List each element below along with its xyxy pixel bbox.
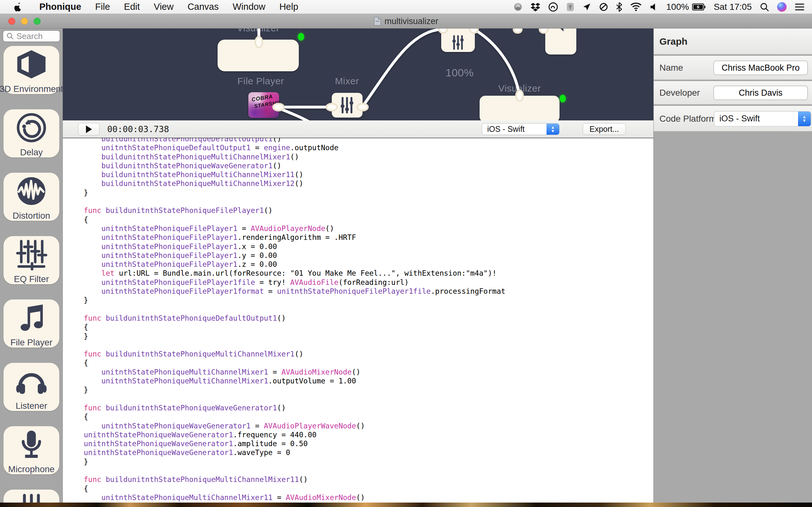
document-icon (374, 17, 381, 26)
select-stepper-icon: ▲▼ (547, 124, 559, 135)
menu-help[interactable]: Help (272, 2, 305, 12)
menu-list: PhoniqueFileEditViewCanvasWindowHelp (32, 2, 305, 12)
node-file-player-album-art[interactable]: COBRA STARSHIP (248, 92, 279, 118)
palette-tool-label: EQ Filter (14, 274, 49, 284)
select-stepper-icon: ▲▼ (798, 112, 811, 126)
node-mixer-2[interactable] (441, 29, 475, 52)
location-icon[interactable] (583, 3, 591, 11)
palette-tool-distortion[interactable]: Distortion (3, 173, 59, 221)
code-platform-select[interactable]: iOS - Swift ▲▼ (714, 111, 811, 126)
platform-select[interactable]: iOS - Swift ▲▼ (482, 123, 560, 135)
play-icon (85, 125, 92, 133)
wifi-icon[interactable] (630, 3, 642, 11)
mixer-sliders-icon (452, 35, 464, 50)
palette-tool-label: 3D Environment (0, 84, 63, 94)
node-file-player[interactable] (217, 40, 299, 71)
palette-tool-label: Distortion (13, 211, 50, 221)
node-palette-sidebar: Search 3D EnvironmentDelayDistortionEQ F… (0, 29, 63, 503)
notification-center-icon[interactable] (795, 3, 804, 11)
app-sphere-icon[interactable] (513, 3, 522, 11)
window-title: multivisualizer (0, 14, 812, 29)
palette-tool-microphone[interactable]: Microphone (3, 426, 59, 474)
apple-menu-icon[interactable] (14, 2, 22, 12)
mixer-volume-value: 100% (431, 66, 488, 79)
search-input[interactable]: Search (3, 30, 60, 42)
inspector-row-developer: Developer (654, 81, 812, 105)
export-button-label: Export... (589, 124, 619, 134)
code-platform-label: Code Platform (659, 114, 716, 124)
menu-clock[interactable]: Sat 17:05 (714, 2, 752, 12)
inspector-header: Graph (654, 29, 812, 55)
palette-tool-label: Delay (20, 147, 43, 158)
menu-file[interactable]: File (88, 2, 117, 12)
palette-tool-label: Listener (15, 401, 47, 411)
mixer-sliders-icon (340, 97, 354, 114)
inspector-title: Graph (659, 36, 687, 47)
developer-field-label: Developer (659, 88, 700, 98)
palette-tool-label: File Player (10, 337, 52, 348)
menu-bar: PhoniqueFileEditViewCanvasWindowHelp (0, 0, 812, 14)
palette-tool-label: Microphone (8, 464, 55, 474)
node-label-file-player: File Player (229, 76, 293, 87)
inspector-row-code-platform: Code Platform iOS - Swift ▲▼ (654, 106, 812, 131)
cable-mixer-up (362, 29, 443, 107)
time-display: 00:00:03.738 (107, 120, 169, 138)
spotlight-icon[interactable] (760, 3, 769, 11)
speaker-icon (552, 29, 570, 33)
code-platform-value: iOS - Swift (714, 114, 798, 124)
volume-icon[interactable] (650, 3, 658, 11)
menu-canvas[interactable]: Canvas (181, 2, 225, 12)
code-pane[interactable]: buildunitnthStatePhoniqueDefaultOutput1(… (63, 138, 653, 503)
window-title-bar[interactable]: multivisualizer (0, 14, 812, 29)
bluetooth-icon[interactable] (616, 2, 622, 12)
battery-charging-icon[interactable] (692, 3, 705, 10)
search-icon (6, 32, 14, 40)
dropbox-icon[interactable] (531, 3, 540, 11)
creative-cloud-icon[interactable] (548, 2, 558, 12)
name-field-label: Name (659, 63, 683, 73)
code-lines: buildunitnthStatePhoniqueDefaultOutput1(… (63, 138, 653, 503)
onepassword-icon[interactable] (566, 2, 574, 12)
node-label-mixer: Mixer (315, 76, 379, 87)
node-label-visualizer-top: Visualizer (230, 29, 287, 34)
status-dot-visualizer (560, 95, 566, 102)
node-mixer[interactable] (332, 93, 362, 118)
battery-percent: 100% (666, 2, 689, 12)
siri-icon[interactable] (777, 2, 786, 12)
node-speaker-output[interactable] (545, 29, 576, 55)
inspector-row-name: Name (654, 56, 812, 80)
menu-edit[interactable]: Edit (117, 2, 147, 12)
node-visualizer[interactable] (479, 96, 560, 121)
palette-tool-eq-filter[interactable]: EQ Filter (3, 236, 59, 284)
screen: PhoniqueFileEditViewCanvasWindowHelp (0, 0, 812, 507)
dnd-icon[interactable] (599, 3, 608, 11)
menu-view[interactable]: View (147, 2, 181, 12)
port (513, 29, 522, 33)
play-button[interactable] (78, 123, 100, 135)
node-label-visualizer: Visualizer (491, 83, 548, 94)
status-dot-file-player (298, 33, 304, 41)
menu-phonique[interactable]: Phonique (32, 2, 88, 12)
graph-canvas[interactable]: COBRA STARSHIP (63, 29, 653, 121)
menu-window[interactable]: Window (226, 2, 272, 12)
status-cluster: 100% Sat 17:05 (505, 2, 805, 12)
palette-tool-3d-environment[interactable]: 3D Environment (3, 46, 59, 94)
graph-inspector-panel: Graph Name Developer Code Platform iOS -… (653, 29, 812, 503)
palette-tool-delay[interactable]: Delay (3, 109, 59, 158)
cable-album-down (279, 108, 318, 121)
developer-field[interactable] (713, 86, 808, 100)
name-field[interactable] (713, 60, 808, 75)
desktop-wallpaper-strip (0, 503, 812, 507)
platform-select-value: iOS - Swift (482, 124, 547, 134)
export-button[interactable]: Export... (583, 123, 626, 135)
palette-tool-mixer[interactable] (3, 490, 59, 503)
palette-tool-listener[interactable]: Listener (3, 363, 59, 411)
search-placeholder: Search (16, 32, 43, 41)
palette-tool-file-player[interactable]: File Player (3, 299, 59, 348)
transport-toolbar: 00:00:03.738 iOS - Swift ▲▼ Export... (63, 120, 653, 138)
